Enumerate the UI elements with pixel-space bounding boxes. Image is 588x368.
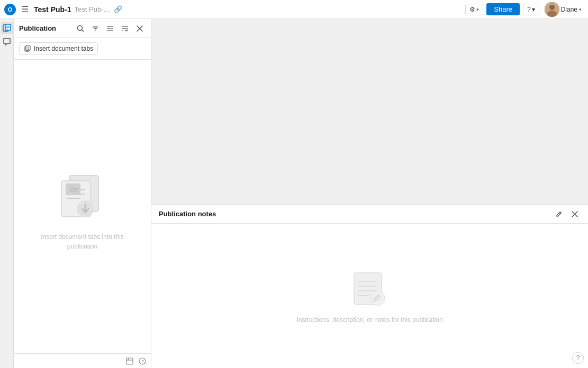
expand-view-button[interactable] [119, 23, 131, 34]
expand-footer-button[interactable] [124, 356, 135, 366]
left-icon-strip [0, 19, 14, 368]
help-icon: ? [527, 6, 531, 13]
svg-text:On: On [69, 186, 79, 194]
topbar-right: ⚙ ▾ Share ? ▾ Diane ▾ [465, 1, 584, 18]
svg-line-39 [559, 213, 560, 214]
publication-notes-panel: Publication notes [151, 204, 588, 368]
pub-notes-header: Publication notes [151, 205, 588, 224]
insert-tabs-section: Insert document tabs [14, 38, 151, 60]
share-button[interactable]: Share [486, 3, 520, 15]
left-panel-header: Publication [14, 19, 151, 38]
avatar [545, 2, 559, 17]
empty-state-message: Insert document tabs into this publicati… [14, 232, 151, 251]
edit-notes-button[interactable] [553, 208, 565, 220]
insert-document-tabs-button[interactable]: Insert document tabs [19, 42, 98, 55]
right-content: Publication notes [151, 19, 588, 368]
left-panel-empty-state: On Insert document tabs into this public… [14, 60, 151, 353]
user-name: Diane [561, 6, 577, 13]
menu-icon[interactable]: ☰ [19, 3, 31, 15]
svg-point-2 [547, 11, 557, 17]
filter-button[interactable] [89, 23, 101, 34]
svg-text:?: ? [141, 359, 144, 364]
settings-icon: ⚙ [469, 6, 475, 13]
empty-state-icon: On [51, 162, 114, 226]
app-logo: O [4, 4, 16, 15]
topbar: O ☰ Test Pub-1 Test Pub-... 🔗 ⚙ ▾ Share … [0, 0, 588, 19]
pub-notes-title: Publication notes [159, 210, 549, 218]
publication-title: Test Pub-1 [34, 5, 71, 14]
list-view-button[interactable] [104, 23, 116, 34]
help-button[interactable]: ? ▾ [523, 4, 539, 15]
global-help-button[interactable]: ? [572, 352, 584, 364]
left-panel-footer: ? [14, 353, 151, 368]
user-menu[interactable]: Diane ▾ [542, 1, 584, 18]
search-button[interactable] [75, 23, 86, 34]
settings-button[interactable]: ⚙ ▾ [465, 4, 483, 15]
main-container: Publication [0, 19, 588, 368]
left-panel: Publication [14, 19, 151, 368]
notes-empty-icon [349, 269, 391, 311]
svg-point-1 [549, 5, 555, 10]
main-view [151, 19, 588, 204]
svg-rect-34 [126, 358, 133, 364]
svg-point-47 [370, 291, 385, 306]
left-panel-title: Publication [19, 24, 71, 32]
copy-link-icon[interactable]: 🔗 [112, 4, 124, 15]
publication-nav-icon[interactable] [1, 22, 13, 34]
close-notes-button[interactable] [569, 208, 581, 220]
pub-notes-body: Instructions, description, or notes for … [151, 224, 588, 368]
svg-line-9 [82, 30, 84, 31]
footer-help-button[interactable]: ? [137, 356, 148, 366]
insert-tabs-label: Insert document tabs [34, 45, 93, 52]
user-caret: ▾ [579, 7, 582, 12]
publication-subtitle: Test Pub-... [75, 5, 110, 13]
notes-empty-text: Instructions, description, or notes for … [296, 316, 442, 324]
comments-nav-icon[interactable] [1, 36, 13, 48]
close-panel-button[interactable] [134, 23, 146, 34]
